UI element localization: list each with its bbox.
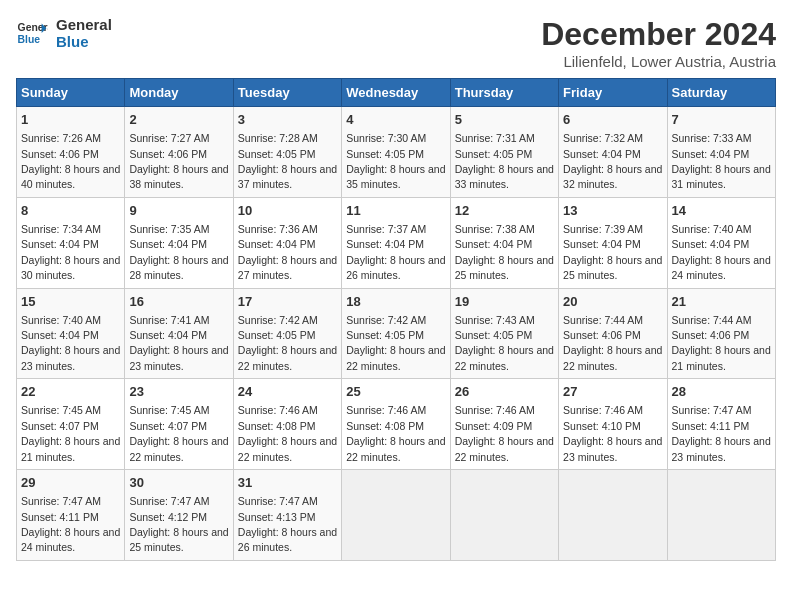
sunset-text: Sunset: 4:13 PM: [238, 511, 316, 523]
day-number: 5: [455, 111, 554, 129]
sunrise-text: Sunrise: 7:42 AM: [238, 314, 318, 326]
day-number: 26: [455, 383, 554, 401]
sunrise-text: Sunrise: 7:31 AM: [455, 132, 535, 144]
daylight-text: Daylight: 8 hours and 37 minutes.: [238, 163, 337, 190]
sunset-text: Sunset: 4:06 PM: [21, 148, 99, 160]
sunset-text: Sunset: 4:05 PM: [455, 329, 533, 341]
daylight-text: Daylight: 8 hours and 23 minutes.: [563, 435, 662, 462]
calendar-cell: 9 Sunrise: 7:35 AM Sunset: 4:04 PM Dayli…: [125, 197, 233, 288]
daylight-text: Daylight: 8 hours and 23 minutes.: [129, 344, 228, 371]
weekday-header-friday: Friday: [559, 79, 667, 107]
calendar-cell: 22 Sunrise: 7:45 AM Sunset: 4:07 PM Dayl…: [17, 379, 125, 470]
weekday-header-saturday: Saturday: [667, 79, 775, 107]
day-number: 8: [21, 202, 120, 220]
weekday-header-thursday: Thursday: [450, 79, 558, 107]
logo-icon: General Blue: [16, 17, 48, 49]
calendar-cell: 8 Sunrise: 7:34 AM Sunset: 4:04 PM Dayli…: [17, 197, 125, 288]
sunset-text: Sunset: 4:10 PM: [563, 420, 641, 432]
daylight-text: Daylight: 8 hours and 35 minutes.: [346, 163, 445, 190]
day-number: 30: [129, 474, 228, 492]
sunrise-text: Sunrise: 7:46 AM: [563, 404, 643, 416]
day-number: 25: [346, 383, 445, 401]
sunset-text: Sunset: 4:04 PM: [238, 238, 316, 250]
daylight-text: Daylight: 8 hours and 26 minutes.: [238, 526, 337, 553]
day-number: 4: [346, 111, 445, 129]
sunrise-text: Sunrise: 7:34 AM: [21, 223, 101, 235]
calendar-row: 22 Sunrise: 7:45 AM Sunset: 4:07 PM Dayl…: [17, 379, 776, 470]
sunset-text: Sunset: 4:04 PM: [563, 238, 641, 250]
calendar-cell: 6 Sunrise: 7:32 AM Sunset: 4:04 PM Dayli…: [559, 107, 667, 198]
calendar-cell: 20 Sunrise: 7:44 AM Sunset: 4:06 PM Dayl…: [559, 288, 667, 379]
logo-blue: Blue: [56, 33, 112, 50]
calendar-cell: 13 Sunrise: 7:39 AM Sunset: 4:04 PM Dayl…: [559, 197, 667, 288]
daylight-text: Daylight: 8 hours and 31 minutes.: [672, 163, 771, 190]
sunset-text: Sunset: 4:04 PM: [21, 238, 99, 250]
day-number: 1: [21, 111, 120, 129]
daylight-text: Daylight: 8 hours and 38 minutes.: [129, 163, 228, 190]
sunrise-text: Sunrise: 7:28 AM: [238, 132, 318, 144]
calendar-row: 29 Sunrise: 7:47 AM Sunset: 4:11 PM Dayl…: [17, 470, 776, 561]
sunset-text: Sunset: 4:04 PM: [129, 329, 207, 341]
daylight-text: Daylight: 8 hours and 25 minutes.: [455, 254, 554, 281]
sunset-text: Sunset: 4:06 PM: [129, 148, 207, 160]
sunset-text: Sunset: 4:04 PM: [672, 238, 750, 250]
svg-text:Blue: Blue: [18, 34, 41, 45]
day-number: 24: [238, 383, 337, 401]
day-number: 16: [129, 293, 228, 311]
daylight-text: Daylight: 8 hours and 33 minutes.: [455, 163, 554, 190]
day-number: 13: [563, 202, 662, 220]
sunset-text: Sunset: 4:04 PM: [455, 238, 533, 250]
calendar-cell: 18 Sunrise: 7:42 AM Sunset: 4:05 PM Dayl…: [342, 288, 450, 379]
day-number: 15: [21, 293, 120, 311]
sunrise-text: Sunrise: 7:36 AM: [238, 223, 318, 235]
sunset-text: Sunset: 4:05 PM: [346, 329, 424, 341]
sunrise-text: Sunrise: 7:47 AM: [238, 495, 318, 507]
sunset-text: Sunset: 4:05 PM: [346, 148, 424, 160]
calendar-cell: 29 Sunrise: 7:47 AM Sunset: 4:11 PM Dayl…: [17, 470, 125, 561]
daylight-text: Daylight: 8 hours and 22 minutes.: [455, 435, 554, 462]
calendar-cell: 21 Sunrise: 7:44 AM Sunset: 4:06 PM Dayl…: [667, 288, 775, 379]
day-number: 29: [21, 474, 120, 492]
day-number: 19: [455, 293, 554, 311]
weekday-header-tuesday: Tuesday: [233, 79, 341, 107]
day-number: 6: [563, 111, 662, 129]
daylight-text: Daylight: 8 hours and 22 minutes.: [129, 435, 228, 462]
sunrise-text: Sunrise: 7:44 AM: [672, 314, 752, 326]
calendar-cell: 15 Sunrise: 7:40 AM Sunset: 4:04 PM Dayl…: [17, 288, 125, 379]
calendar-cell: 3 Sunrise: 7:28 AM Sunset: 4:05 PM Dayli…: [233, 107, 341, 198]
sunrise-text: Sunrise: 7:40 AM: [21, 314, 101, 326]
calendar-cell: 24 Sunrise: 7:46 AM Sunset: 4:08 PM Dayl…: [233, 379, 341, 470]
daylight-text: Daylight: 8 hours and 24 minutes.: [21, 526, 120, 553]
sunset-text: Sunset: 4:04 PM: [21, 329, 99, 341]
sunrise-text: Sunrise: 7:41 AM: [129, 314, 209, 326]
sunrise-text: Sunrise: 7:43 AM: [455, 314, 535, 326]
page-header: General Blue General Blue December 2024 …: [16, 16, 776, 70]
sunset-text: Sunset: 4:05 PM: [238, 148, 316, 160]
daylight-text: Daylight: 8 hours and 22 minutes.: [346, 435, 445, 462]
day-number: 21: [672, 293, 771, 311]
sunrise-text: Sunrise: 7:47 AM: [21, 495, 101, 507]
day-number: 28: [672, 383, 771, 401]
calendar-cell: [667, 470, 775, 561]
day-number: 27: [563, 383, 662, 401]
calendar-cell: 14 Sunrise: 7:40 AM Sunset: 4:04 PM Dayl…: [667, 197, 775, 288]
calendar-cell: 11 Sunrise: 7:37 AM Sunset: 4:04 PM Dayl…: [342, 197, 450, 288]
day-number: 17: [238, 293, 337, 311]
weekday-header-wednesday: Wednesday: [342, 79, 450, 107]
calendar-cell: 17 Sunrise: 7:42 AM Sunset: 4:05 PM Dayl…: [233, 288, 341, 379]
sunrise-text: Sunrise: 7:46 AM: [455, 404, 535, 416]
sunrise-text: Sunrise: 7:47 AM: [129, 495, 209, 507]
weekday-header-monday: Monday: [125, 79, 233, 107]
day-number: 12: [455, 202, 554, 220]
sunrise-text: Sunrise: 7:45 AM: [129, 404, 209, 416]
sunset-text: Sunset: 4:04 PM: [346, 238, 424, 250]
day-number: 9: [129, 202, 228, 220]
sunset-text: Sunset: 4:08 PM: [238, 420, 316, 432]
sunset-text: Sunset: 4:05 PM: [238, 329, 316, 341]
day-number: 3: [238, 111, 337, 129]
sunset-text: Sunset: 4:04 PM: [563, 148, 641, 160]
daylight-text: Daylight: 8 hours and 28 minutes.: [129, 254, 228, 281]
daylight-text: Daylight: 8 hours and 27 minutes.: [238, 254, 337, 281]
day-number: 11: [346, 202, 445, 220]
calendar-cell: 5 Sunrise: 7:31 AM Sunset: 4:05 PM Dayli…: [450, 107, 558, 198]
